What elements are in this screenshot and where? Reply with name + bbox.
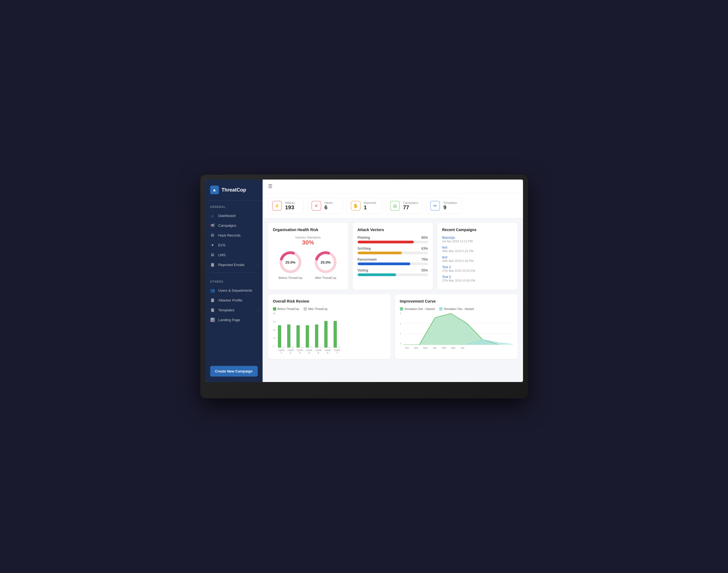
improvement-legend: Simulation One - Hacked Simulation Two -… bbox=[400, 307, 513, 311]
users-icon: 👥 bbox=[210, 288, 215, 293]
sidebar-item-landing-page[interactable]: 📊 Landing Page bbox=[205, 315, 262, 325]
attacks-value: 193 bbox=[285, 204, 295, 211]
vector-smshing: SmShing 63% bbox=[357, 247, 428, 254]
bar-after bbox=[291, 347, 294, 348]
bar-group bbox=[334, 321, 341, 348]
sidebar-item-reported-emails[interactable]: 📋 Reported Emails ‹ bbox=[205, 260, 262, 270]
chevron-icon: ‹ bbox=[258, 309, 258, 312]
sidebar-item-campaigns[interactable]: 📢 Campaigns bbox=[205, 220, 262, 230]
donut-after: 25.0% After ThreatCop bbox=[313, 250, 338, 279]
content-area: Organisation Health Risk Industry Standa… bbox=[262, 218, 523, 294]
chart-legend: Before ThreatCop After ThreatCop bbox=[273, 307, 386, 311]
bar-group bbox=[306, 325, 313, 348]
vector-name: Ransomware bbox=[357, 258, 377, 261]
sidebar-item-lms[interactable]: 🏛 LMS bbox=[205, 250, 262, 260]
vector-name: SmShing bbox=[357, 247, 371, 251]
stat-attacks: ⚡ Attacks 193 bbox=[268, 198, 303, 214]
legend-before-label: Before ThreatCop bbox=[278, 308, 299, 311]
vector-percent: 63% bbox=[421, 247, 428, 251]
vector-name: Phishing bbox=[357, 236, 370, 240]
vector-bar bbox=[357, 241, 414, 243]
menu-icon[interactable]: ☰ bbox=[268, 184, 273, 189]
campaign-name[interactable]: fklanckja bbox=[442, 236, 513, 240]
donut-before: 25.0% Before ThreatCop bbox=[278, 250, 303, 279]
vector-bar bbox=[357, 252, 402, 254]
evs-icon: ♥ bbox=[210, 243, 215, 247]
vector-percent: 55% bbox=[421, 268, 428, 272]
main-content: ☰ ⚡ Attacks 193 ✕ Hacks 6 bbox=[262, 179, 523, 382]
sidebar-item-label: Attacker Profile bbox=[219, 298, 242, 302]
sim2-legend-label: Simulation Two - Hacked bbox=[444, 308, 474, 311]
campaign-name[interactable]: test bbox=[442, 246, 513, 249]
vector-bar bbox=[357, 262, 410, 265]
bar-group bbox=[315, 324, 322, 348]
others-section-label: OTHERS bbox=[205, 275, 262, 285]
campaign-name[interactable]: test bbox=[442, 255, 513, 259]
campaigns-value: 77 bbox=[403, 204, 419, 211]
sidebar-item-label: Users & Departments bbox=[219, 289, 252, 293]
svg-text:25.0%: 25.0% bbox=[286, 260, 296, 264]
after-label: After ThreatCop bbox=[313, 276, 338, 279]
stat-templates: ✏ Templates 9 bbox=[426, 198, 462, 214]
vector-percent: 80% bbox=[421, 236, 428, 240]
recent-campaigns-card: Recent Campaigns fklanckja 1st Apr 2019 … bbox=[437, 223, 518, 290]
bar-group bbox=[296, 325, 303, 348]
sidebar-item-evs[interactable]: ♥ EVS bbox=[205, 240, 262, 250]
bar-after bbox=[337, 347, 341, 348]
campaign-date: 27th Mar 2019 10:53 PM bbox=[442, 269, 513, 272]
sidebar-item-templates[interactable]: 📋 Templates ‹ bbox=[205, 305, 262, 315]
campaigns-stat-icon: ◎ bbox=[390, 201, 400, 211]
legend-before-dot bbox=[273, 307, 276, 311]
industry-standards: Industry Standards 30% bbox=[273, 236, 343, 246]
campaign-item: test 28th Mar 2019 5:20 PM bbox=[442, 255, 513, 262]
sidebar-item-attacker-profile[interactable]: 📋 Attacker Profile bbox=[205, 295, 262, 305]
campaign-date: 28th Mar 2019 5:22 PM bbox=[442, 249, 513, 253]
bar-after bbox=[300, 347, 303, 348]
templates-stat-icon: ✏ bbox=[430, 201, 440, 211]
sidebar-item-dashboard[interactable]: ⌂ Dashboard bbox=[205, 211, 262, 220]
line-chart-svg bbox=[403, 312, 513, 345]
vector-vishing: Vishing 55% bbox=[357, 268, 428, 276]
bar-before bbox=[287, 324, 290, 348]
donut-row: 25.0% Before ThreatCop 25.0% After Threa… bbox=[273, 250, 343, 279]
bar-after bbox=[309, 347, 313, 348]
vector-name: Vishing bbox=[357, 268, 368, 272]
x-labels: Cycle 1 Cycle 2 Cycle 3 Cycle 4 Cycle 5 … bbox=[278, 349, 386, 354]
sim1-legend-dot bbox=[400, 307, 403, 311]
reported-value: 1 bbox=[364, 204, 376, 211]
templates-value: 9 bbox=[443, 204, 457, 211]
hacks-icon: ✕ bbox=[311, 201, 321, 211]
top-bar: ☰ bbox=[262, 179, 523, 194]
campaign-date: 28th Mar 2019 5:20 PM bbox=[442, 259, 513, 262]
create-new-campaign-button[interactable]: Create New Campaign bbox=[210, 366, 258, 376]
health-risk-card: Organisation Health Risk Industry Standa… bbox=[268, 223, 348, 290]
attacks-label: Attacks bbox=[285, 201, 295, 204]
logo-area: ▲ ThreatCop bbox=[205, 179, 262, 201]
campaigns-card-title: Recent Campaigns bbox=[442, 227, 513, 232]
sim1-legend-label: Simulation One - Hacked bbox=[404, 308, 435, 311]
y-axis: 3 2 1 0 bbox=[400, 312, 402, 345]
y-axis: 40 30 20 10 0 bbox=[273, 312, 277, 348]
app-name: ThreatCop bbox=[222, 187, 246, 193]
campaign-name[interactable]: Test 3 bbox=[442, 275, 513, 279]
bar-after bbox=[328, 347, 331, 348]
attack-vectors-card: Attack Vectors Phishing 80% SmShing bbox=[353, 223, 433, 290]
hacks-label: Hacks bbox=[325, 201, 333, 204]
bar-group bbox=[278, 325, 285, 348]
reported-label: Reported bbox=[364, 201, 376, 204]
lms-icon: 🏛 bbox=[210, 253, 215, 257]
health-card-title: Organisation Health Risk bbox=[273, 227, 343, 232]
bar-before bbox=[278, 325, 281, 348]
campaign-item: fklanckja 1st Apr 2019 12:12 PM bbox=[442, 236, 513, 243]
campaign-name[interactable]: Test 3 bbox=[442, 265, 513, 269]
bar-group bbox=[287, 324, 294, 348]
industry-label: Industry Standards bbox=[273, 236, 343, 239]
bottom-row: Overall Risk Review Before ThreatCop Aft… bbox=[262, 294, 523, 363]
svg-text:25.0%: 25.0% bbox=[321, 260, 331, 264]
sidebar-item-users-departments[interactable]: 👥 Users & Departments bbox=[205, 285, 262, 295]
sidebar-item-hack-records[interactable]: 🏛 Hack Records bbox=[205, 230, 262, 240]
risk-review-card: Overall Risk Review Before ThreatCop Aft… bbox=[268, 294, 391, 359]
vector-percent: 75% bbox=[421, 258, 428, 261]
templates-icon: 📋 bbox=[210, 308, 215, 312]
hacks-value: 6 bbox=[325, 204, 333, 211]
